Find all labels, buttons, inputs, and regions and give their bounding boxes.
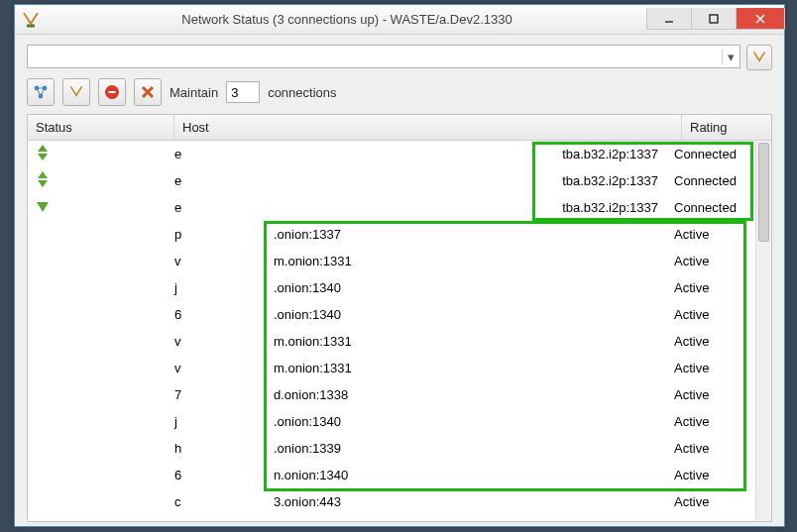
connect-button[interactable] — [746, 45, 772, 70]
maintain-count-input[interactable] — [226, 81, 260, 103]
table-row[interactable]: vm.onion:1331Active — [28, 248, 755, 274]
rating-cell: Active — [674, 494, 755, 509]
table-row[interactable]: etba.b32.i2p:1337Connected — [28, 194, 755, 221]
table-row[interactable]: h.onion:1339Active — [28, 435, 755, 462]
connections-list: Status Host Rating etba.b32.i2p:1337Conn… — [27, 114, 772, 522]
host-suffix: n.onion:1340 — [274, 468, 348, 482]
host-suffix: 3.onion:443 — [274, 494, 341, 509]
host-suffix: m.onion:1331 — [274, 334, 352, 349]
rating-cell: Active — [674, 441, 755, 456]
delete-button[interactable] — [134, 78, 162, 106]
list-rows: etba.b32.i2p:1337Connectedetba.b32.i2p:1… — [28, 141, 755, 521]
address-input[interactable] — [28, 50, 722, 64]
minimize-button[interactable] — [646, 8, 692, 30]
header-rating[interactable]: Rating — [682, 115, 771, 140]
rating-cell: Active — [674, 227, 755, 242]
connections-label: connections — [268, 85, 336, 100]
host-right: tba.b32.i2p:1337 — [562, 173, 658, 188]
maximize-button[interactable] — [691, 8, 737, 30]
rating-cell: Active — [674, 280, 755, 295]
host-suffix: .onion:1340 — [274, 280, 341, 295]
svg-marker-11 — [38, 145, 48, 152]
svg-rect-1 — [710, 15, 718, 23]
header-host[interactable]: Host — [174, 115, 682, 140]
table-row[interactable]: j.onion:1340Active — [28, 408, 755, 435]
rating-cell: Connected — [674, 173, 755, 188]
table-row[interactable]: vm.onion:1331Active — [28, 355, 755, 381]
maintain-label: Maintain — [170, 85, 218, 100]
rating-cell: Active — [674, 414, 755, 429]
scrollbar-thumb[interactable] — [758, 143, 769, 242]
rating-cell: Connected — [674, 147, 755, 161]
host-suffix: .onion:1337 — [274, 227, 341, 242]
close-button[interactable] — [736, 8, 785, 30]
address-bar-row: ▾ — [15, 35, 784, 76]
rating-cell: Active — [674, 334, 755, 349]
table-row[interactable]: etba.b32.i2p:1337Connected — [28, 141, 755, 167]
svg-marker-13 — [38, 171, 48, 178]
svg-rect-8 — [109, 91, 116, 93]
add-node-button[interactable] — [27, 78, 55, 106]
header-status[interactable]: Status — [28, 115, 174, 140]
address-combo[interactable]: ▾ — [27, 45, 740, 68]
table-row[interactable]: 6.onion:1340Active — [28, 301, 755, 328]
table-row[interactable]: etba.b32.i2p:1337Connected — [28, 167, 755, 194]
chevron-down-icon[interactable]: ▾ — [722, 50, 740, 64]
toolbar-row: Maintain connections — [15, 76, 784, 114]
host-suffix: d.onion:1338 — [274, 387, 348, 402]
svg-marker-14 — [38, 180, 48, 187]
refresh-button[interactable] — [62, 78, 90, 106]
rating-cell: Active — [674, 468, 755, 482]
table-row[interactable]: 7d.onion:1338Active — [28, 381, 755, 408]
host-right: tba.b32.i2p:1337 — [562, 200, 658, 215]
table-row[interactable]: j.onion:1340Active — [28, 274, 755, 301]
table-row[interactable]: 6n.onion:1340Active — [28, 462, 755, 488]
window-title: Network Status (3 connections up) - WAST… — [47, 12, 647, 27]
host-suffix: .onion:1340 — [274, 414, 341, 429]
table-row[interactable]: vm.onion:1331Active — [28, 328, 755, 355]
host-suffix: .onion:1340 — [274, 307, 341, 322]
host-suffix: m.onion:1331 — [274, 361, 352, 375]
rating-cell: Connected — [674, 200, 755, 215]
table-row[interactable]: c3.onion:443Active — [28, 488, 755, 515]
list-header: Status Host Rating — [28, 115, 771, 141]
transfer-down-icon — [36, 199, 52, 213]
host-right: tba.b32.i2p:1337 — [562, 147, 658, 161]
rating-cell: Active — [674, 307, 755, 322]
stop-button[interactable] — [98, 78, 126, 106]
host-suffix: m.onion:1331 — [274, 254, 352, 268]
svg-marker-15 — [37, 202, 49, 212]
transfer-updown-icon — [36, 171, 52, 187]
rating-cell: Active — [674, 387, 755, 402]
svg-marker-12 — [38, 154, 48, 160]
table-row[interactable]: p.onion:1337Active — [28, 221, 755, 248]
transfer-updown-icon — [36, 145, 52, 160]
waste-icon — [21, 10, 41, 30]
rating-cell: Active — [674, 361, 755, 375]
rating-cell: Active — [674, 254, 755, 268]
network-status-window: Network Status (3 connections up) - WAST… — [14, 4, 785, 527]
titlebar[interactable]: Network Status (3 connections up) - WAST… — [15, 5, 784, 35]
host-suffix: .onion:1339 — [274, 441, 341, 456]
vertical-scrollbar[interactable]: ▲ — [755, 141, 771, 521]
